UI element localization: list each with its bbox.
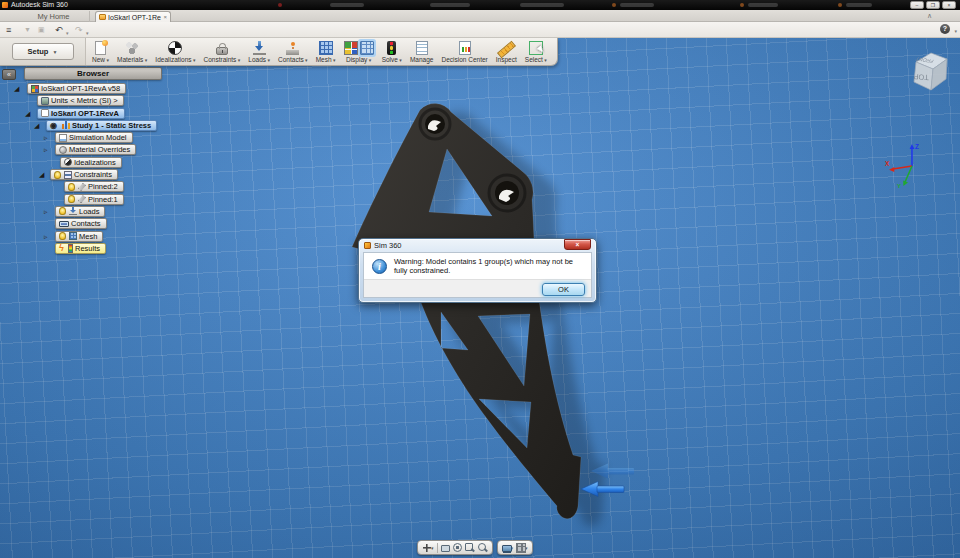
app-menu-icon[interactable]: ≡ [6,24,11,36]
expander-open-icon[interactable]: ◢ [34,121,39,131]
redo-icon[interactable]: ↷ [75,24,83,36]
orbit-icon [453,543,462,552]
ribbon-button-constraints[interactable]: Constraints ▾ [203,39,240,65]
expander-open-icon[interactable]: ◢ [39,170,44,180]
zoom-tool-button[interactable] [478,543,488,553]
export-icon[interactable]: ▣ [38,24,45,36]
ribbon-button-new[interactable]: New ▾ [92,39,109,65]
ribbon-button-materials[interactable]: Materials ▾ [117,39,147,65]
tree-item-contacts[interactable]: Contacts [55,218,107,229]
ribbon-icon-wrap [499,40,513,56]
dropdown-arrow-icon: ▾ [367,57,371,63]
browser-collapse-button[interactable]: « [2,69,16,80]
help-dropdown-icon[interactable]: ▾ [954,28,957,34]
ribbon-button-contacts[interactable]: Contacts ▾ [278,39,308,65]
ribbon-icon-wrap [125,40,139,56]
ideal-icon [168,41,182,55]
redo-dropdown-icon[interactable]: ▾ [86,27,89,39]
dropdown-arrow-icon: ▾ [192,57,196,63]
dialog-close-button[interactable]: × [564,239,591,250]
tree-item-units-metric-si[interactable]: Units < Metric (SI) > [37,95,124,106]
tree-item-simulation-model[interactable]: Simulation Model [55,132,133,143]
monitor-tool-button[interactable]: ▾ [502,544,514,552]
tree-item-pinned-2[interactable]: Pinned:2 [64,181,124,192]
ribbon-button-manage[interactable]: Manage [410,39,434,65]
expander-closed-icon[interactable]: ▹ [44,145,48,155]
select-icon [529,41,543,55]
tree-item-study-1-static-stress[interactable]: Study 1 - Static Stress [46,120,157,131]
axis-x-label: X [885,160,890,167]
ground-tool-button[interactable]: ▾ [516,543,528,553]
ribbon-button-idealizations[interactable]: Idealizations ▾ [155,39,195,65]
close-button[interactable]: × [942,1,956,9]
setup-tab-button[interactable]: Setup ▼ [12,43,74,60]
tree-item-idealizations[interactable]: Idealizations [60,157,122,168]
dialog-title-bar[interactable]: Sim 360 × [359,239,596,252]
browser-header[interactable]: Browser [24,67,162,80]
lookat-tool-button[interactable] [441,543,450,552]
display2-icon[interactable] [360,41,374,55]
tree-item-ioskarl-opt-1reva-v58[interactable]: IoSkarl OPT-1RevA v58 [27,83,126,94]
dropdown-arrow-icon: ▾ [236,57,240,63]
ribbon-icon-wrap [252,40,266,56]
tab-close-icon[interactable]: × [163,14,167,20]
setup-dropdown-icon: ▼ [52,49,57,55]
expander-open-icon[interactable]: ◢ [14,84,19,94]
tree-item-ioskarl-opt-1reva[interactable]: IoSkarl OPT-1RevA [37,108,125,119]
dropdown-arrow-icon: ▾ [266,57,270,63]
ribbon-button-display[interactable]: Display ▾ [344,39,374,65]
tree-item-material-overrides[interactable]: Material Overrides [55,144,136,155]
navigation-toolbar: ▾ ▾▾ [417,540,533,555]
tree-item-label: Pinned:1 [88,195,118,204]
new-icon [95,41,106,55]
ribbon-button-inspect[interactable]: Inspect [496,39,517,65]
tab-my-home[interactable]: My Home [18,11,90,22]
dropdown-arrow-icon: ▾ [543,57,547,63]
expander-closed-icon[interactable]: ▹ [44,207,48,217]
document-icon [99,14,106,20]
tree-item-constraints[interactable]: Constraints [50,169,118,180]
undo-dropdown-icon[interactable]: ▾ [66,27,69,39]
ideal-icon [64,158,72,166]
tree-item-label: Mesh [79,232,97,241]
ribbon-icon-wrap [416,40,428,56]
undo-icon[interactable]: ↶ [55,24,63,36]
solve-icon [387,41,396,55]
tree-item-pinned-1[interactable]: Pinned:1 [64,194,124,205]
save-icon[interactable]: ▼ [24,24,31,36]
ribbon-toolbar: Setup ▼ New ▾Materials ▾Idealizations ▾C… [0,38,558,66]
inspect-icon [499,41,513,55]
ribbon-button-select[interactable]: Select ▾ [525,39,547,65]
ribbon-collapse-chevron-icon[interactable]: ∧ [927,12,932,20]
simmodel-icon [59,134,67,142]
ribbon-icon-wrap [216,40,228,56]
titlebar-artifact [748,3,778,7]
zoombox-tool-button[interactable] [465,543,475,553]
ribbon-button-solve[interactable]: Solve ▾ [382,39,402,65]
tab-document[interactable]: IoSkarl OPT-1Re... × [95,11,171,22]
expander-closed-icon[interactable]: ▹ [44,232,48,242]
axis-triad: Z X Y [884,138,936,190]
view-cube[interactable]: FRONT TOP [898,48,958,103]
pan-tool-button[interactable]: ▾ [422,543,434,553]
orbit-tool-button[interactable] [453,543,462,552]
tree-row: ◢IoSkarl OPT-1RevA v58 [0,83,200,95]
dialog-title: Sim 360 [374,241,561,250]
expander-closed-icon[interactable]: ▹ [44,133,48,143]
tree-item-results[interactable]: Results [55,243,106,254]
ribbon-button-mesh[interactable]: Mesh ▾ [316,39,336,65]
tree-row: ▹Loads [0,206,200,218]
tree-row: ▹Material Overrides [0,144,200,156]
help-icon[interactable]: ? [940,24,950,34]
dialog-message: Warning: Model contains 1 group(s) which… [394,257,583,275]
expander-open-icon[interactable]: ◢ [25,109,30,119]
tree-item-label: Simulation Model [69,133,127,142]
ok-button[interactable]: OK [542,283,585,296]
contacts-icon [59,221,69,227]
tree-item-mesh[interactable]: Mesh [55,231,103,242]
restore-button[interactable]: ❒ [926,1,940,9]
tree-item-loads[interactable]: Loads [55,206,105,217]
minimize-button[interactable]: – [910,1,924,9]
ribbon-button-decision-center[interactable]: Decision Center [441,39,487,65]
ribbon-button-loads[interactable]: Loads ▾ [248,39,270,65]
